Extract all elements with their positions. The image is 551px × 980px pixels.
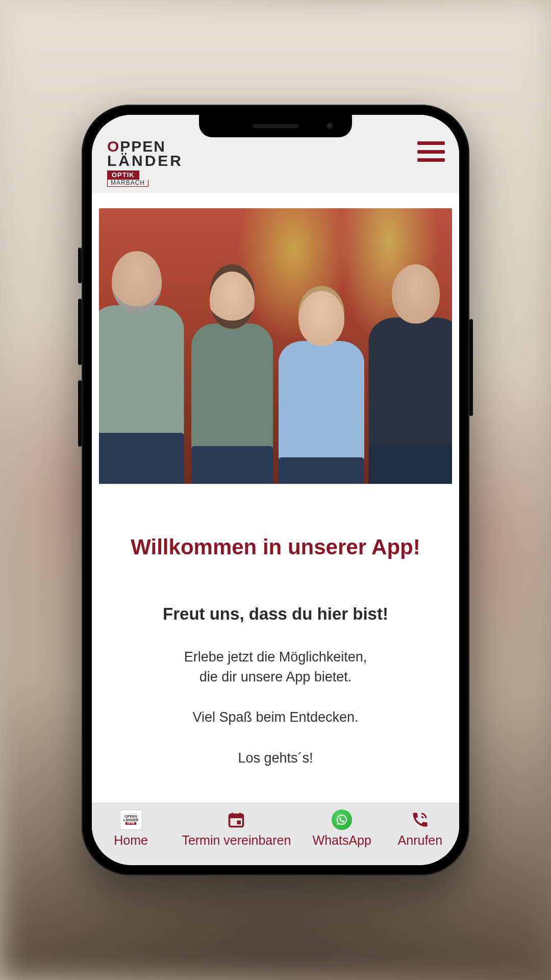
team-photo: [99, 208, 452, 484]
brand-logo[interactable]: O PPEN LÄNDER OPTIK MARBACH: [107, 139, 183, 187]
logo-badge: OPTIK: [107, 170, 139, 180]
front-camera: [327, 122, 334, 130]
welcome-paragraph-3: Los gehts´s!: [106, 748, 445, 768]
nav-home[interactable]: OPPENLÄNDEROPTIK Home: [92, 810, 170, 848]
main-content[interactable]: Willkommen in unserer App! Freut uns, da…: [92, 193, 459, 803]
svg-rect-1: [230, 815, 243, 819]
welcome-title: Willkommen in unserer App!: [106, 535, 445, 559]
logo-letter-o: O: [107, 139, 120, 154]
welcome-paragraph-1: Erlebe jetzt die Möglichkeiten, die dir …: [106, 647, 445, 687]
bottom-nav: OPPENLÄNDEROPTIK Home Termin vereinbaren: [92, 803, 459, 865]
team-member-2: [188, 249, 277, 484]
logo-line1-rest: PPEN: [120, 139, 166, 154]
menu-button[interactable]: [417, 141, 445, 162]
nav-call[interactable]: Anrufen: [381, 810, 459, 848]
mute-switch: [78, 248, 82, 283]
home-logo-icon: OPPENLÄNDEROPTIK: [120, 810, 142, 830]
nav-call-label: Anrufen: [398, 833, 443, 848]
logo-sublabel: MARBACH: [107, 180, 148, 187]
nav-appointment[interactable]: Termin vereinbaren: [170, 810, 303, 848]
speaker-grille: [253, 124, 298, 128]
calendar-icon: [227, 810, 245, 830]
team-member-4: [366, 244, 453, 484]
nav-home-label: Home: [114, 833, 148, 848]
svg-rect-2: [237, 821, 241, 825]
notch: [199, 115, 352, 137]
volume-down-button: [78, 380, 82, 447]
nav-whatsapp-label: WhatsApp: [313, 833, 371, 848]
phone-frame: O PPEN LÄNDER OPTIK MARBACH: [82, 105, 469, 875]
hamburger-icon: [417, 141, 445, 145]
team-member-3: [277, 259, 366, 484]
welcome-section: Willkommen in unserer App! Freut uns, da…: [92, 535, 459, 768]
power-button: [469, 319, 473, 416]
logo-line2: LÄNDER: [107, 154, 183, 168]
welcome-paragraph-2: Viel Spaß beim Entdecken.: [106, 707, 445, 727]
phone-screen: O PPEN LÄNDER OPTIK MARBACH: [92, 115, 459, 865]
volume-up-button: [78, 299, 82, 365]
nav-appointment-label: Termin vereinbaren: [182, 833, 291, 848]
team-member-1: [99, 239, 188, 484]
welcome-subtitle: Freut uns, dass du hier bist!: [106, 604, 445, 624]
nav-whatsapp[interactable]: WhatsApp: [303, 810, 381, 848]
phone-icon: [411, 810, 429, 830]
whatsapp-icon: [332, 810, 352, 830]
